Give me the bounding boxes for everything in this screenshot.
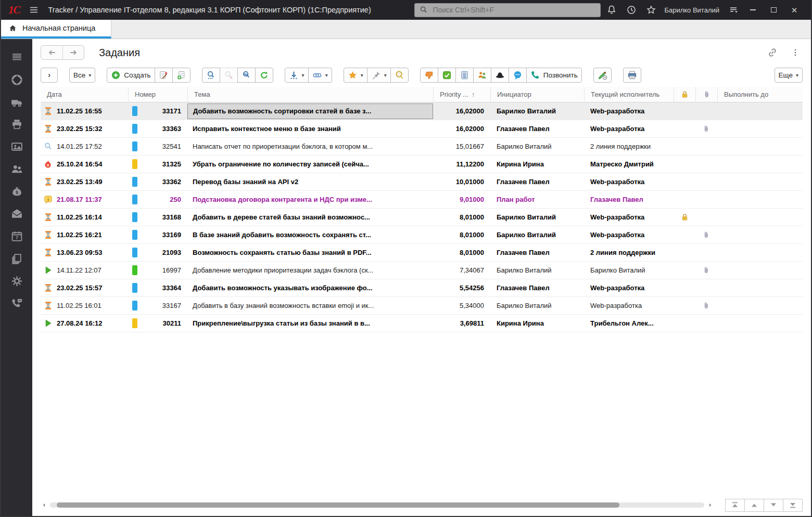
cell-executor[interactable]: Web-разработка xyxy=(584,120,674,137)
pin-button[interactable]: ▾ xyxy=(367,68,391,83)
cell-deadline[interactable] xyxy=(717,102,803,120)
table-row[interactable]: 23.02.25 13:49 33362 Перевод базы знаний… xyxy=(41,173,803,191)
cell-initiator[interactable]: Барилко Виталий xyxy=(490,297,584,314)
cell-initiator[interactable]: Глазачев Павел xyxy=(490,120,584,137)
cell-executor[interactable]: Глазачев Павел xyxy=(584,191,674,208)
cell-date[interactable]: i 21.08.17 11:37 xyxy=(41,191,128,208)
history-button[interactable] xyxy=(623,3,640,17)
details-button[interactable] xyxy=(455,68,474,83)
sidebar-item-users[interactable] xyxy=(1,158,32,180)
print-button[interactable] xyxy=(623,68,641,83)
cell-number[interactable]: 33169 xyxy=(128,226,187,243)
cell-executor[interactable]: 2 линия поддержки xyxy=(584,244,674,261)
cell-date[interactable]: 23.02.25 13:49 xyxy=(41,173,128,190)
header-subject[interactable]: Тема xyxy=(187,87,433,102)
cell-subject[interactable]: Добавить в дереве статей базы знаний воз… xyxy=(187,209,433,226)
cell-initiator[interactable]: Барилко Виталий xyxy=(490,102,584,120)
cell-subject[interactable]: Возможность сохранять статью базы знаний… xyxy=(187,244,433,261)
cell-initiator[interactable]: Кирина Ирина xyxy=(490,156,584,173)
current-user[interactable]: Барилко Виталий xyxy=(664,6,719,14)
cell-lock[interactable] xyxy=(674,297,695,314)
cell-executor[interactable]: Web-разработка xyxy=(584,102,674,120)
cell-subject[interactable]: Исправить контекстное меню в базе знаний xyxy=(187,120,433,137)
sidebar-item-layers[interactable] xyxy=(1,248,32,270)
complete-button[interactable] xyxy=(438,68,456,83)
create-button[interactable]: Создать xyxy=(107,68,155,83)
table-row[interactable]: 11.02.25 16:01 33167 Добавить в базу зна… xyxy=(41,297,803,315)
find-number-button[interactable]: № xyxy=(237,68,256,83)
cell-initiator[interactable]: Глазачев Павел xyxy=(490,173,584,190)
cell-attachment[interactable] xyxy=(695,138,717,155)
cell-date[interactable]: 13.06.23 09:53 xyxy=(41,244,128,261)
cell-attachment[interactable] xyxy=(695,191,717,208)
sidebar-item-gallery[interactable] xyxy=(1,136,32,158)
table-row[interactable]: 13.06.23 09:53 21093 Возможность сохраня… xyxy=(41,244,803,262)
cell-executor[interactable]: Web-разработка xyxy=(584,279,674,296)
more-menu-button[interactable] xyxy=(788,45,803,60)
cell-priority[interactable]: 8,01000 xyxy=(433,226,490,243)
maximize-button[interactable] xyxy=(763,3,784,17)
cell-attachment[interactable] xyxy=(695,102,717,120)
cell-initiator[interactable]: Кирина Ирина xyxy=(490,315,584,332)
cell-number[interactable]: 33167 xyxy=(128,297,187,314)
cell-deadline[interactable] xyxy=(717,226,803,243)
go-down-button[interactable] xyxy=(764,499,783,512)
notifications-button[interactable] xyxy=(603,3,620,17)
cell-date[interactable]: 11.02.25 16:55 xyxy=(41,102,128,120)
cell-lock[interactable] xyxy=(674,226,695,243)
create-wizard-button[interactable] xyxy=(155,68,173,83)
cell-number[interactable]: 33362 xyxy=(128,173,187,190)
cell-executor[interactable]: Матреско Дмитрий xyxy=(584,156,674,173)
cell-priority[interactable]: 15,01667 xyxy=(433,138,490,155)
cell-deadline[interactable] xyxy=(717,262,803,279)
cell-lock[interactable] xyxy=(674,156,695,173)
sidebar-item-truck[interactable] xyxy=(1,91,32,113)
header-executor[interactable]: Текущий исполнитель xyxy=(584,87,674,102)
cell-subject[interactable]: Написать отчет по приоретизации бэклога,… xyxy=(187,138,433,155)
favorites-button[interactable] xyxy=(642,3,660,17)
cell-number[interactable]: 16997 xyxy=(128,262,187,279)
cell-priority[interactable]: 9,01000 xyxy=(433,191,490,208)
cell-number[interactable]: 33364 xyxy=(128,279,187,296)
participants-button[interactable] xyxy=(473,68,491,83)
service-menu-button[interactable] xyxy=(725,3,742,17)
cell-attachment[interactable] xyxy=(695,173,717,190)
cell-lock[interactable] xyxy=(674,262,695,279)
cell-lock[interactable] xyxy=(674,191,695,208)
find-button[interactable] xyxy=(202,68,220,83)
cell-date[interactable]: 11.02.25 16:21 xyxy=(41,226,128,243)
cell-date[interactable]: 23.02.25 15:57 xyxy=(41,279,128,296)
scroll-left-button[interactable] xyxy=(41,501,48,509)
cell-date[interactable]: 23.02.25 15:32 xyxy=(41,120,128,137)
cell-subject[interactable]: Прикрепление\выгрузка статьи из базы зна… xyxy=(187,315,433,332)
cell-lock[interactable] xyxy=(674,315,695,332)
header-priority[interactable]: Priority ...↑ xyxy=(433,87,490,102)
cell-lock[interactable] xyxy=(674,173,695,190)
cell-executor[interactable]: Web-разработка xyxy=(584,173,674,190)
cell-subject[interactable]: В базе знаний добавить возможность сохра… xyxy=(187,226,433,243)
scroll-right-button[interactable] xyxy=(706,501,714,509)
cell-executor[interactable]: Web-разработка xyxy=(584,209,674,226)
header-date[interactable]: Дата xyxy=(41,87,128,102)
cell-priority[interactable]: 16,02000 xyxy=(433,102,490,120)
reject-button[interactable] xyxy=(420,68,438,83)
sidebar-item-life-ring[interactable] xyxy=(1,69,32,91)
cell-attachment[interactable] xyxy=(695,262,717,279)
more-button[interactable]: Еще▾ xyxy=(775,68,803,83)
cell-number[interactable]: 250 xyxy=(128,191,187,208)
header-attachment[interactable] xyxy=(695,87,717,102)
table-row[interactable]: 11.02.25 16:55 33171 Добавить возможност… xyxy=(41,102,803,120)
cell-subject[interactable]: Добавить в базу знаний возможность встав… xyxy=(187,297,433,314)
cell-attachment[interactable] xyxy=(695,244,717,261)
go-up-button[interactable] xyxy=(744,499,764,512)
cell-priority[interactable]: 11,12200 xyxy=(433,156,490,173)
call-button[interactable]: Позвонить xyxy=(526,68,582,83)
sidebar-item-money-bag[interactable]: $ xyxy=(1,180,32,203)
table-row[interactable]: 14.01.25 17:52 32541 Написать отчет по п… xyxy=(41,138,803,156)
cell-deadline[interactable] xyxy=(717,315,803,332)
table-row[interactable]: 11.02.25 16:14 33168 Добавить в дереве с… xyxy=(41,209,803,226)
cell-number[interactable]: 31325 xyxy=(128,156,187,173)
lens-button[interactable] xyxy=(390,68,409,83)
cell-executor[interactable]: 2 линия поддержки xyxy=(584,138,674,155)
observer-button[interactable] xyxy=(491,68,509,83)
